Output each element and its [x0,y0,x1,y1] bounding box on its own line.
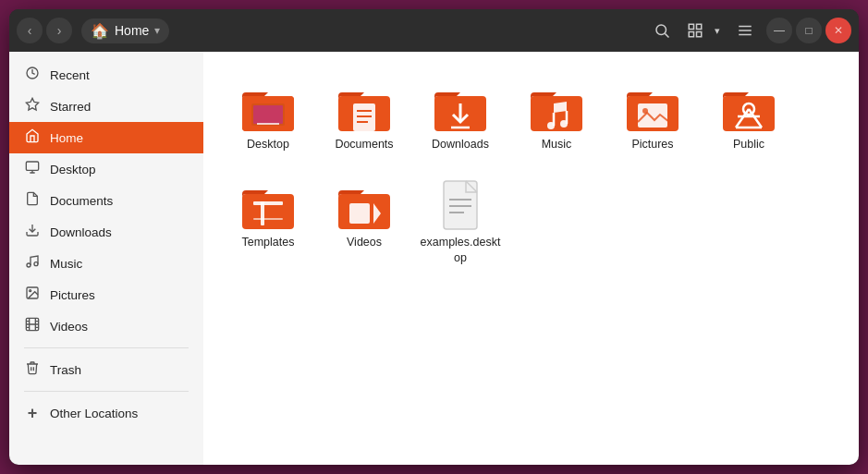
sidebar-item-recent[interactable]: Recent [9,59,203,91]
location-label: Home [115,23,149,38]
svg-point-44 [560,120,568,128]
sidebar-label-home: Home [50,131,83,145]
file-label-examples: examples.desktop [418,235,503,265]
file-grid: Desktop Documents [222,70,840,273]
svg-rect-5 [697,32,702,37]
maximize-button[interactable]: □ [796,18,822,43]
svg-point-16 [34,262,38,266]
sidebar: Recent Starred Home [9,52,203,465]
window-controls: — □ ✕ [766,18,851,43]
desktop-icon [24,160,41,178]
music-icon [24,254,41,273]
file-label-desktop: Desktop [247,137,289,152]
titlebar: ‹ › 🏠 Home ▾ ▾ [9,9,859,52]
sidebar-item-downloads[interactable]: Downloads [9,216,203,248]
chevron-icon: ▾ [715,25,720,37]
location-bar[interactable]: 🏠 Home ▾ [81,18,169,43]
recent-icon [24,66,41,84]
file-item-pictures[interactable]: Pictures [606,70,699,159]
svg-point-15 [27,263,31,267]
folder-documents-icon [335,78,394,137]
file-item-templates[interactable]: Templates [222,168,314,273]
file-label-public: Public [733,137,764,152]
file-item-videos[interactable]: Videos [318,168,410,273]
svg-rect-59 [349,203,370,224]
sidebar-label-videos: Videos [50,320,88,334]
sidebar-item-documents[interactable]: Documents [9,185,203,216]
menu-button[interactable] [731,17,759,44]
svg-rect-54 [242,194,294,229]
file-manager-window: ‹ › 🏠 Home ▾ ▾ [9,9,859,465]
file-label-videos: Videos [347,235,382,249]
sidebar-item-other-locations[interactable]: + Other Locations [9,397,203,430]
search-button[interactable] [648,17,676,44]
sidebar-label-music: Music [50,257,82,271]
folder-music-icon [527,78,586,137]
file-label-documents: Documents [335,137,393,152]
sidebar-item-starred[interactable]: Starred [9,91,203,122]
file-label-downloads: Downloads [432,137,489,152]
back-button[interactable]: ‹ [17,18,43,43]
pictures-icon [24,286,41,304]
file-label-music: Music [542,137,572,152]
other-locations-icon: + [24,404,41,423]
svg-marker-10 [26,98,38,110]
folder-public-icon [719,78,778,137]
svg-rect-3 [697,24,702,29]
svg-rect-4 [689,32,693,37]
minimize-button[interactable]: — [766,18,792,43]
svg-rect-40 [531,96,582,131]
sidebar-item-trash[interactable]: Trash [9,354,203,385]
home-icon: 🏠 [91,22,109,40]
file-area: Desktop Documents [203,52,859,465]
file-label-pictures: Pictures [631,137,673,152]
file-text-icon [431,176,490,235]
folder-templates-icon [238,176,298,235]
sidebar-label-other-locations: Other Locations [50,407,138,420]
forward-button[interactable]: › [46,18,72,43]
svg-rect-55 [253,201,283,205]
view-toggle-button[interactable] [681,17,709,44]
sidebar-label-recent: Recent [50,68,90,82]
starred-icon [24,97,41,115]
file-item-public[interactable]: Public [703,70,795,159]
folder-desktop-icon [238,78,298,137]
trash-icon [24,360,41,379]
sidebar-item-music[interactable]: Music [9,248,203,279]
svg-point-43 [547,122,555,129]
svg-rect-2 [689,24,693,29]
sidebar-label-trash: Trash [50,363,81,377]
videos-icon [24,317,41,335]
downloads-icon [24,223,41,241]
titlebar-actions: ▾ [648,17,759,44]
svg-rect-56 [261,201,264,225]
folder-pictures-icon [623,78,682,137]
sidebar-item-pictures[interactable]: Pictures [9,279,203,310]
view-dropdown-button[interactable]: ▾ [709,17,726,44]
svg-rect-57 [253,218,283,220]
file-label-templates: Templates [242,235,295,249]
sidebar-label-starred: Starred [50,100,91,114]
sidebar-item-desktop[interactable]: Desktop [9,153,203,185]
close-button[interactable]: ✕ [825,18,851,43]
sidebar-label-documents: Documents [50,194,113,208]
sidebar-label-desktop: Desktop [50,163,96,176]
file-item-examples[interactable]: examples.desktop [414,168,507,273]
folder-downloads-icon [431,78,490,137]
svg-rect-11 [26,162,38,170]
sidebar-label-pictures: Pictures [50,288,95,302]
sidebar-label-downloads: Downloads [50,225,112,239]
svg-line-1 [665,33,668,37]
sidebar-item-videos[interactable]: Videos [9,310,203,342]
sidebar-item-home[interactable]: Home [9,122,203,153]
svg-point-0 [656,25,666,35]
file-item-downloads[interactable]: Downloads [414,70,507,159]
chevron-down-icon: ▾ [154,24,160,37]
file-item-desktop[interactable]: Desktop [222,70,314,159]
content-area: Recent Starred Home [9,52,859,465]
file-item-documents[interactable]: Documents [318,70,410,159]
file-item-music[interactable]: Music [510,70,603,159]
home-sidebar-icon [24,128,41,147]
svg-point-18 [30,290,31,292]
sidebar-divider-2 [24,391,189,392]
